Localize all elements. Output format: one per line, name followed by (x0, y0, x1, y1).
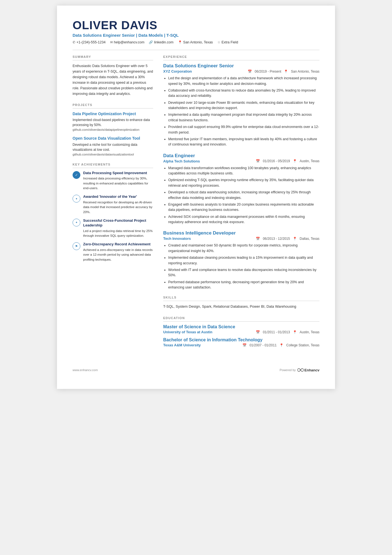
job-1-bullets: Led the design and implementation of a d… (163, 76, 319, 147)
pin-icon: 📍 (293, 330, 297, 334)
job-2-meta: Alpha Tech Solutions 📅 01/2016 - 05/2019… (163, 159, 319, 163)
svg-point-0 (297, 369, 300, 371)
contact-extra: ☆ Extra Field (217, 40, 238, 44)
pin-icon: 📍 (293, 159, 297, 163)
calendar-icon: 📅 (242, 343, 247, 347)
summary-text: Enthusiastic Data Solutions Engineer wit… (73, 63, 153, 97)
job-1-title: Data Solutions Engineer Senior (163, 63, 319, 69)
list-item: Worked with IT and compliance teams to r… (168, 267, 319, 278)
job-2-location: Austin, Texas (300, 159, 319, 163)
list-item: Led the design and implementation of a d… (168, 76, 319, 87)
project-2-link: github.com/oliverdavis/datavisualization… (73, 153, 153, 156)
location-icon: 📍 (178, 40, 182, 44)
job-2-bullets: Managed data transformation workflows ex… (163, 166, 319, 225)
degree-1-meta: University of Texas at Austin 📅 01/2011 … (163, 330, 319, 334)
job-3-dates-loc: 📅 06/2013 - 12/2015 📍 Dallas, Texas (256, 237, 319, 241)
education-title: EDUCATION (163, 316, 319, 322)
list-item: Provided on-call support ensuring 99.9% … (168, 124, 319, 135)
achievement-item: ⚑ Zero-Discrepancy Record Achievement Ac… (73, 242, 153, 262)
job-3-company: Tech Innovators (163, 236, 191, 241)
list-item: Created and maintained over 50 dynamic B… (168, 243, 319, 254)
achievement-flag-icon: ⚑ (73, 242, 80, 250)
achievement-4-title: Zero-Discrepancy Record Achievement (83, 242, 153, 247)
job-1: Data Solutions Engineer Senior XYZ Corpo… (163, 63, 319, 147)
project-1-link: github.com/oliverdavis/datapipelineoptim… (73, 128, 153, 131)
candidate-name: OLIVER DAVIS (73, 19, 319, 32)
degree-2-school: Texas A&M University (163, 343, 201, 347)
achievement-award-icon: ✦ (73, 195, 80, 203)
contact-linkedin: 🔗 linkedin.com (149, 40, 173, 44)
email-value: help@enhancv.com (114, 40, 145, 44)
project-1-title: Data Pipeline Optimization Project (73, 111, 153, 116)
job-1-meta: XYZ Corporation 📅 06/2019 - Present 📍 Sa… (163, 69, 319, 73)
location-value: San Antonio, Texas (183, 40, 213, 44)
list-item: Optimized existing T-SQL queries improvi… (168, 177, 319, 188)
education-section: EDUCATION Master of Science in Data Scie… (163, 316, 319, 347)
degree-1-location: Austin, Texas (300, 330, 319, 334)
achievement-3-title: Successful Cross-Functional Project Lead… (83, 218, 153, 228)
pin-icon: 📍 (293, 237, 297, 241)
calendar-icon: 📅 (248, 70, 252, 73)
left-column: SUMMARY Enthusiastic Data Solutions Engi… (73, 55, 153, 354)
degree-2: Bachelor of Science in Information Techn… (163, 337, 319, 347)
achievements-section: KEY ACHIEVEMENTS ✓ Data Processing Speed… (73, 163, 153, 262)
job-3-title: Business Intelligence Developer (163, 230, 319, 236)
phone-value: +1-(234)-555-1234 (76, 40, 106, 44)
list-item: Implemented database cleaning procedures… (168, 255, 319, 266)
contact-email: ✉ help@enhancv.com (110, 40, 145, 44)
skills-text: T-SQL, System Design, Spark, Relational … (163, 304, 319, 310)
job-1-company: XYZ Corporation (163, 69, 192, 73)
projects-section: PROJECTS Data Pipeline Optimization Proj… (73, 103, 153, 156)
project-item: Open Source Data Visualization Tool Deve… (73, 136, 153, 156)
enhancv-brand-icon (297, 368, 304, 372)
degree-2-meta: Texas A&M University 📅 01/2007 - 01/2011… (163, 343, 319, 347)
list-item: Engaged with business analysts to transl… (168, 202, 319, 213)
project-item: Data Pipeline Optimization Project Imple… (73, 111, 153, 131)
degree-2-title: Bachelor of Science in Information Techn… (163, 337, 319, 342)
achievement-1-desc: Increased data processing efficiency by … (83, 176, 153, 191)
job-2: Data Engineer Alpha Tech Solutions 📅 01/… (163, 153, 319, 225)
job-2-title: Data Engineer (163, 153, 319, 159)
experience-title: EXPERIENCE (163, 55, 319, 60)
list-item: Developed over 10 large-scale Power BI s… (168, 100, 319, 111)
list-item: Achieved SOX compliance on all data mana… (168, 214, 319, 225)
pin-icon: 📍 (284, 70, 288, 73)
calendar-icon: 📅 (256, 237, 260, 241)
calendar-icon: 📅 (256, 159, 260, 163)
header-divider (73, 50, 319, 50)
job-1-location: San Antonio, Texas (291, 70, 319, 73)
degree-1-dates-loc: 📅 01/2011 - 01/2013 📍 Austin, Texas (256, 330, 319, 334)
powered-by: Powered by Enhancv (280, 368, 319, 372)
project-2-desc: Developed a niche tool for customizing d… (73, 142, 153, 152)
job-3-location: Dallas, Texas (300, 237, 319, 241)
job-2-dates-loc: 📅 01/2016 - 05/2019 📍 Austin, Texas (256, 159, 319, 163)
page-footer: www.enhancv.com Powered by Enhancv (73, 365, 319, 372)
star-icon: ☆ (217, 40, 220, 44)
powered-by-label: Powered by (280, 368, 296, 372)
list-item: Mentored five junior IT team members, im… (168, 137, 319, 147)
achievement-check-icon: ✓ (73, 171, 80, 179)
achievement-3-desc: Led a project reducing data retrieval ti… (83, 229, 153, 238)
pin-icon: 📍 (279, 343, 284, 347)
summary-section: SUMMARY Enthusiastic Data Solutions Engi… (73, 55, 153, 97)
project-2-title: Open Source Data Visualization Tool (73, 136, 153, 141)
svg-point-1 (301, 369, 304, 371)
achievement-item: ✦ Awarded 'Innovator of the Year' Receiv… (73, 194, 153, 214)
phone-icon: ✆ (73, 40, 75, 44)
achievement-star-icon: ✦ (73, 219, 80, 226)
degree-2-dates-loc: 📅 01/2007 - 01/2011 📍 College Station, T… (242, 343, 319, 347)
achievements-title: KEY ACHIEVEMENTS (73, 163, 153, 168)
job-3: Business Intelligence Developer Tech Inn… (163, 230, 319, 290)
degree-1-title: Master of Science in Data Science (163, 324, 319, 329)
email-icon: ✉ (110, 40, 113, 44)
header: OLIVER DAVIS Data Solutions Engineer Sen… (73, 19, 319, 50)
list-item: Collaborated with cross-functional teams… (168, 88, 319, 99)
extra-value: Extra Field (222, 40, 238, 44)
degree-2-location: College Station, Texas (286, 343, 319, 347)
skills-section: SKILLS T-SQL, System Design, Spark, Rela… (163, 296, 319, 310)
degree-1: Master of Science in Data Science Univer… (163, 324, 319, 334)
job-3-bullets: Created and maintained over 50 dynamic B… (163, 243, 319, 290)
footer-url: www.enhancv.com (73, 368, 98, 372)
job-1-dates: 06/2019 - Present (255, 70, 281, 73)
degree-2-dates: 01/2007 - 01/2011 (249, 343, 276, 347)
